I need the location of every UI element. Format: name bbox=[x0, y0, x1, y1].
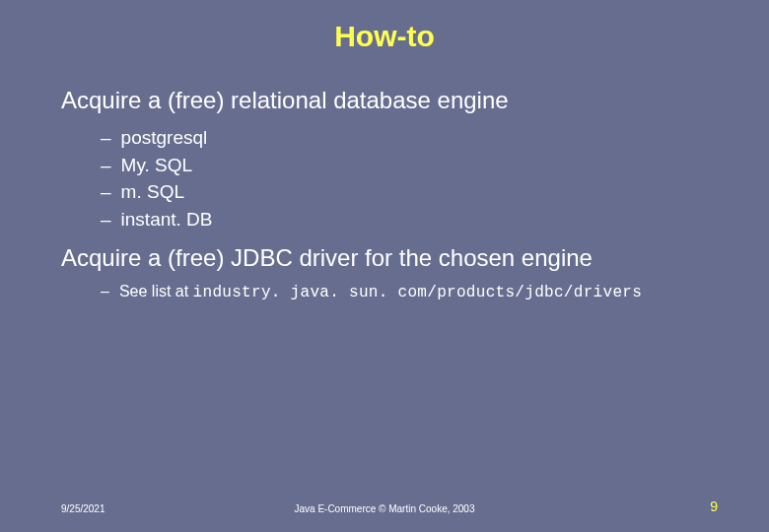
list-item-label: See list at industry. java. sun. com/pro… bbox=[119, 280, 642, 304]
list-item-label: My. SQL bbox=[121, 152, 193, 179]
slide-content: Acquire a (free) relational database eng… bbox=[0, 87, 769, 304]
list-item-label: postgresql bbox=[121, 124, 208, 152]
list-item-label: instant. DB bbox=[121, 206, 213, 233]
section-2-list: – See list at industry. java. sun. com/p… bbox=[61, 280, 739, 304]
dash-icon: – bbox=[101, 280, 109, 303]
list-item: – postgresql bbox=[101, 124, 739, 152]
dash-icon: – bbox=[101, 206, 111, 233]
dash-icon: – bbox=[101, 124, 111, 152]
section-2-heading: Acquire a (free) JDBC driver for the cho… bbox=[61, 244, 739, 272]
note-prefix: See list at bbox=[119, 283, 193, 299]
list-item: – My. SQL bbox=[101, 152, 739, 179]
list-item: – m. SQL bbox=[101, 178, 739, 206]
section-1-list: – postgresql – My. SQL – m. SQL – instan… bbox=[61, 124, 739, 233]
list-item: – See list at industry. java. sun. com/p… bbox=[101, 280, 739, 304]
footer-page-number: 9 bbox=[710, 499, 718, 514]
dash-icon: – bbox=[101, 152, 111, 179]
list-item: – instant. DB bbox=[101, 206, 739, 233]
footer-date: 9/25/2021 bbox=[61, 503, 105, 514]
dash-icon: – bbox=[101, 178, 111, 206]
note-code: industry. java. sun. com/products/jdbc/d… bbox=[193, 284, 642, 301]
slide-title: How-to bbox=[0, 0, 769, 87]
list-item-label: m. SQL bbox=[121, 178, 184, 206]
footer-center: Java E-Commerce © Martin Cooke, 2003 bbox=[295, 503, 475, 514]
section-1-heading: Acquire a (free) relational database eng… bbox=[61, 87, 739, 114]
